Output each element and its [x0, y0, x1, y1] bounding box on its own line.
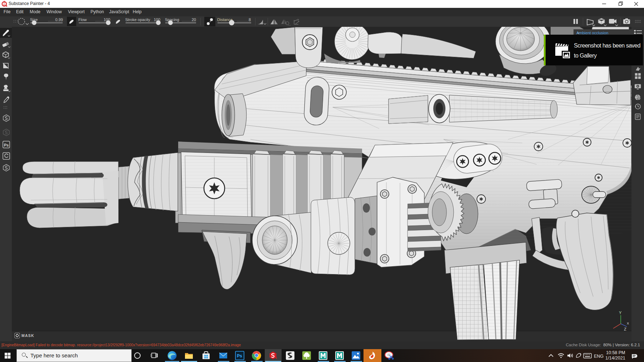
svg-text:X: X	[627, 322, 629, 325]
svg-text:Ps: Ps	[237, 353, 242, 358]
svg-text:Z: Z	[624, 327, 626, 331]
svg-text:Ps: Ps	[4, 143, 9, 147]
svg-text:Y: Y	[619, 311, 622, 315]
svg-text:MASK: MASK	[21, 333, 34, 338]
